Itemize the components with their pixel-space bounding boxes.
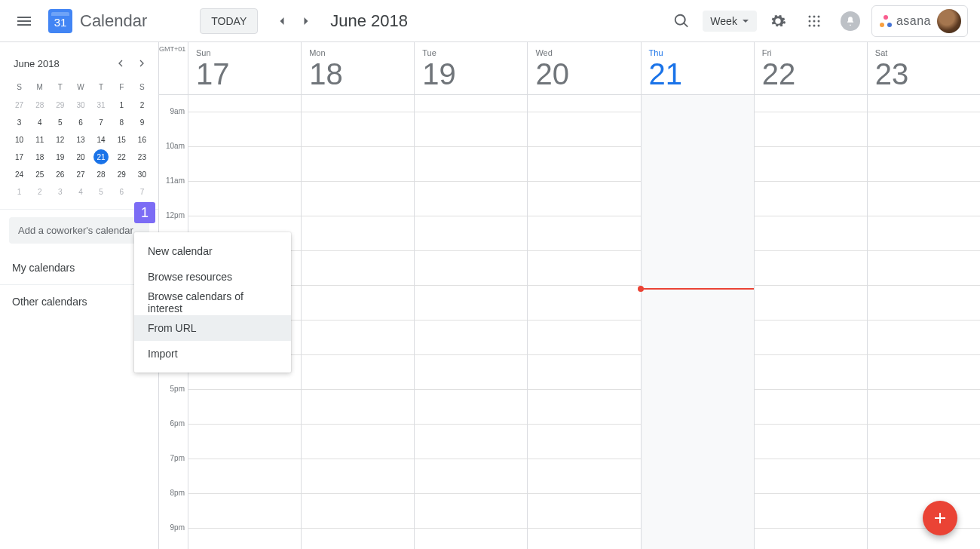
day-header[interactable]: Sun17 (188, 42, 301, 95)
search-button[interactable] (666, 6, 697, 36)
mini-prev-month[interactable] (112, 54, 130, 72)
mini-day-cell[interactable]: 6 (70, 115, 90, 130)
mini-day-cell[interactable]: 15 (112, 132, 132, 148)
day-of-week: Thu (649, 48, 746, 57)
mini-day-cell[interactable]: 13 (70, 132, 90, 148)
days-grid[interactable] (188, 95, 980, 549)
notifications-button[interactable] (835, 6, 865, 36)
day-number: 19 (422, 59, 519, 89)
mini-day-cell[interactable]: 28 (29, 97, 50, 113)
day-column[interactable] (867, 95, 980, 549)
hour-label: 9pm (159, 523, 185, 549)
mini-day-cell[interactable]: 30 (70, 97, 90, 113)
mini-day-cell[interactable]: 3 (50, 184, 70, 200)
mini-day-cell[interactable]: 7 (132, 184, 152, 200)
timezone-label: GMT+01 (159, 45, 188, 53)
prev-week-button[interactable] (270, 9, 294, 33)
mini-day-cell[interactable]: 8 (112, 115, 132, 130)
menu-item[interactable]: Import (134, 341, 291, 367)
day-column[interactable] (301, 95, 414, 549)
day-header[interactable]: Sat23 (867, 42, 980, 95)
day-header[interactable]: Wed20 (527, 42, 640, 95)
mini-day-cell[interactable]: 20 (70, 149, 90, 165)
day-column[interactable] (414, 95, 527, 549)
apps-button[interactable] (799, 6, 829, 36)
day-number: 23 (875, 59, 972, 89)
today-button[interactable]: TODAY (200, 8, 258, 34)
mini-day-cell[interactable]: 1 (112, 97, 132, 113)
mini-day-cell[interactable]: 18 (29, 149, 50, 165)
mini-day-cell[interactable]: 30 (132, 167, 152, 182)
mini-day-cell[interactable]: 26 (50, 167, 70, 182)
day-of-week: Sat (875, 48, 972, 57)
day-header[interactable]: Tue19 (414, 42, 527, 95)
mini-day-cell[interactable]: 31 (91, 97, 112, 113)
svg-point-4 (813, 20, 815, 22)
svg-point-8 (817, 24, 819, 26)
day-number: 22 (762, 59, 859, 89)
mini-day-cell[interactable]: 22 (112, 149, 132, 165)
header-right: Week asana (666, 5, 974, 37)
settings-button[interactable] (763, 6, 793, 36)
user-avatar[interactable] (937, 9, 961, 33)
mini-day-cell[interactable]: 16 (132, 132, 152, 148)
mini-day-cell[interactable]: 2 (29, 184, 50, 200)
mini-day-cell[interactable]: 4 (29, 115, 50, 130)
asana-icon (880, 15, 892, 27)
now-indicator (642, 288, 754, 290)
mini-day-cell[interactable]: 17 (9, 149, 29, 165)
mini-day-cell[interactable]: 10 (9, 132, 29, 148)
mini-day-cell[interactable]: 25 (29, 167, 50, 182)
mini-calendar[interactable]: SMTWTFS272829303112345678910111213141516… (0, 75, 158, 209)
hour-label: 9am (159, 107, 185, 142)
day-column[interactable] (754, 95, 867, 549)
mini-day-cell[interactable]: 21 (93, 149, 109, 164)
mini-day-cell[interactable]: 2 (132, 97, 152, 113)
day-column[interactable] (527, 95, 640, 549)
day-header[interactable]: Fri22 (754, 42, 867, 95)
menu-item[interactable]: From URL (134, 315, 291, 341)
mini-day-cell[interactable]: 5 (50, 115, 70, 130)
mini-day-cell[interactable]: 12 (50, 132, 70, 148)
day-of-week: Fri (762, 48, 859, 57)
menu-item[interactable]: Browse calendars of interest (134, 290, 291, 315)
mini-day-cell[interactable]: 7 (91, 115, 112, 130)
logo-day: 31 (54, 16, 67, 29)
day-header[interactable]: Thu21 (641, 42, 754, 95)
mini-day-cell[interactable]: 1 (9, 184, 29, 200)
svg-point-7 (813, 24, 815, 26)
mini-day-cell[interactable]: 27 (9, 97, 29, 113)
mini-day-cell[interactable]: 19 (50, 149, 70, 165)
mini-day-cell[interactable]: 11 (29, 132, 50, 148)
mini-day-cell[interactable]: 23 (132, 149, 152, 165)
mini-day-cell[interactable]: 5 (91, 184, 112, 200)
add-coworker-input[interactable]: Add a coworker's calendar (9, 217, 149, 244)
mini-day-cell[interactable]: 4 (70, 184, 90, 200)
day-header[interactable]: Mon18 (301, 42, 414, 95)
view-selector[interactable]: Week (703, 11, 757, 32)
mini-day-cell[interactable]: 3 (9, 115, 29, 130)
chevron-right-icon (136, 57, 148, 69)
mini-dow: T (50, 78, 70, 96)
mini-next-month[interactable] (133, 54, 151, 72)
create-event-fab[interactable] (923, 501, 957, 535)
view-label: Week (710, 15, 737, 27)
mini-day-cell[interactable]: 24 (9, 167, 29, 182)
mini-day-cell[interactable]: 6 (112, 184, 132, 200)
menu-button[interactable] (6, 3, 42, 39)
mini-day-cell[interactable]: 29 (50, 97, 70, 113)
mini-day-cell[interactable]: 14 (91, 132, 112, 148)
mini-day-cell[interactable]: 28 (91, 167, 112, 182)
mini-day-cell[interactable]: 27 (70, 167, 90, 182)
day-column[interactable] (641, 95, 754, 549)
mini-day-cell[interactable]: 29 (112, 167, 132, 182)
mini-day-cell[interactable]: 9 (132, 115, 152, 130)
add-calendar-menu: New calendarBrowse resourcesBrowse calen… (134, 232, 291, 373)
menu-item[interactable]: Browse resources (134, 264, 291, 290)
svg-point-2 (817, 15, 819, 17)
hamburger-icon (15, 12, 33, 30)
caret-down-icon (742, 17, 749, 25)
asana-button[interactable]: asana (871, 5, 968, 37)
next-week-button[interactable] (294, 9, 318, 33)
menu-item[interactable]: New calendar (134, 238, 291, 264)
